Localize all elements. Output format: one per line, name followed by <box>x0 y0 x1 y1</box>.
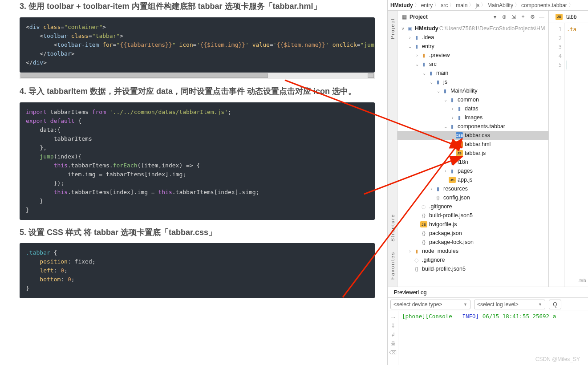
folder-icon: ▮ <box>413 34 420 41</box>
folder-icon: ▮ <box>449 97 456 103</box>
hml-icon: H <box>456 141 463 147</box>
tool-project[interactable]: Project <box>390 15 395 42</box>
editor-area[interactable]: .ta <box>565 23 588 287</box>
tree-row[interactable]: {}package-lock.json <box>397 238 548 247</box>
tree-row[interactable]: ›▮datas <box>397 104 548 113</box>
tree-row[interactable]: ›▮node_modules <box>397 247 548 256</box>
tree-row[interactable]: {}build-profile.json5 <box>397 264 548 273</box>
device-select[interactable]: <select device type>▼ <box>390 300 470 309</box>
tree-row[interactable]: {}build-profile.json5 <box>397 211 548 220</box>
js-icon: JS <box>556 14 563 20</box>
editor-tab[interactable]: JStabb <box>552 12 580 21</box>
tree-row[interactable]: ›▮images <box>397 113 548 122</box>
folder-icon: ▮ <box>420 52 427 58</box>
tree-row[interactable]: ⌄▮entry <box>397 42 548 51</box>
folder-icon: ▮ <box>456 114 463 121</box>
css-icon: CSS <box>456 132 463 138</box>
project-icon: ▦ <box>400 13 408 21</box>
tree-row[interactable]: JStabbar.js <box>397 149 548 158</box>
folder-icon: ▮ <box>456 105 463 112</box>
tree-row[interactable]: ⌄▮MainAbility <box>397 86 548 95</box>
project-header: ▦ Project ▾ ⊕ ⇲ ÷ ⚙ — <box>397 11 548 23</box>
tool-favorites[interactable]: Favorites <box>390 249 395 282</box>
json-icon: {} <box>434 195 442 201</box>
breadcrumb-item[interactable]: entry <box>421 2 433 8</box>
tree-root[interactable]: v▣ HMstudy C:\Users\75681\DevEcoStudioPr… <box>397 24 548 33</box>
loglevel-select[interactable]: <select log level>▼ <box>474 300 545 309</box>
tree-row[interactable]: Htabbar.hml <box>397 140 548 149</box>
tree-row[interactable]: JShvigorfile.js <box>397 220 548 229</box>
breadcrumb-item[interactable]: HMstudy <box>390 2 413 8</box>
breadcrumb-item[interactable]: src <box>441 2 448 8</box>
collapse-icon[interactable]: ÷ <box>519 13 527 21</box>
scroll-icon[interactable]: ↧ <box>391 323 395 329</box>
tool-structure[interactable]: Structure <box>390 211 395 244</box>
tree-row[interactable]: ⌄▮js <box>397 77 548 86</box>
minimap-status: .tab <box>570 278 588 283</box>
tree-row[interactable]: ›▮resources <box>397 184 548 193</box>
ide-pane: HMstudy〉 entry〉 src〉 main〉 js〉 MainAbili… <box>387 0 588 365</box>
project-title: Project <box>410 14 490 20</box>
tree-row[interactable]: {}config.json <box>397 193 548 202</box>
editor-text: .ta <box>567 26 576 32</box>
folder-icon: ▮ <box>420 61 427 67</box>
folder-icon: ▮ <box>434 79 442 85</box>
tree-row[interactable]: ⌄▮main <box>397 69 548 77</box>
dropdown-icon[interactable]: ▾ <box>491 13 499 21</box>
wrap-icon[interactable]: ↲ <box>391 332 395 338</box>
clear-icon[interactable]: ⇁ <box>391 314 395 320</box>
print-icon[interactable]: 🖶 <box>390 341 396 347</box>
trash-icon[interactable]: ⌫ <box>389 349 397 356</box>
editor-tabs: JStabb <box>549 11 588 23</box>
locate-icon[interactable]: ⊕ <box>500 13 508 21</box>
folder-icon: ▮ <box>449 159 456 165</box>
hide-icon[interactable]: — <box>538 13 546 21</box>
tree-row[interactable]: ⌄▮components.tabbar <box>397 122 548 131</box>
breadcrumb-item[interactable]: components.tabbar <box>521 2 567 8</box>
expand-icon[interactable]: ⇲ <box>510 13 518 21</box>
editor-panel: JStabb 12345 .ta .tab <box>549 11 588 287</box>
tree-row[interactable]: JSapp.js <box>397 175 548 184</box>
json-icon: {} <box>420 230 427 236</box>
folder-icon: ▮ <box>442 88 449 94</box>
breadcrumb-item[interactable]: MainAbility <box>487 2 513 8</box>
tree-row[interactable]: ⌄▮src <box>397 60 548 69</box>
tree-row[interactable]: ›▮pages <box>397 166 548 175</box>
code-block-css[interactable]: .tabbar { position: fixed; left: 0; bott… <box>20 243 375 298</box>
json-icon: {} <box>420 212 427 219</box>
tree-row[interactable]: ⌄▮common <box>397 95 548 104</box>
folder-icon: ▮ <box>449 123 456 130</box>
tree-row[interactable]: ›▮.idea <box>397 33 548 42</box>
left-tool-strip: Project Structure Favorites <box>388 11 397 287</box>
tree-row[interactable]: {}package.json <box>397 229 548 238</box>
folder-icon: ▮ <box>413 43 420 49</box>
js-icon: JS <box>449 177 456 183</box>
bottom-panel: PreviewerLog <select device type>▼ <sele… <box>388 287 588 365</box>
tree-row[interactable]: ›▮i18n <box>397 158 548 166</box>
js-icon: JS <box>420 221 427 227</box>
breadcrumb[interactable]: HMstudy〉 entry〉 src〉 main〉 js〉 MainAbili… <box>388 0 588 11</box>
tree-row[interactable]: ◌.gitignore <box>397 202 548 211</box>
json-icon: {} <box>420 239 427 245</box>
log-gutter: ⇁ ↧ ↲ 🖶 ⌫ <box>388 311 398 365</box>
breadcrumb-item[interactable]: main <box>456 2 467 8</box>
code-block-hml[interactable]: <div class="container"> <toolbar class="… <box>20 17 375 73</box>
previewer-tab[interactable]: PreviewerLog <box>390 288 430 296</box>
json-icon: {} <box>413 266 420 272</box>
tree-row[interactable]: ◌.gitignore <box>397 256 548 264</box>
tree-row[interactable]: CSStabbar.css <box>397 131 548 140</box>
gear-icon[interactable]: ⚙ <box>528 13 536 21</box>
code-scrollbar[interactable] <box>20 73 375 79</box>
heading-3: 3. 使用 toolbar + toolbar-item 内置组件构建底部 ta… <box>20 0 375 13</box>
tree-row[interactable]: ›▮.preview <box>397 51 548 60</box>
search-button[interactable]: Q <box>549 300 561 309</box>
code-block-js[interactable]: import tabbarItems from '../../common/da… <box>20 102 375 220</box>
article-pane: 3. 使用 toolbar + toolbar-item 内置组件构建底部 ta… <box>0 0 387 365</box>
file-icon: ◌ <box>413 257 420 263</box>
heading-5: 5. 设置 CSS 样式 将 tabbar 选项卡置底「tabbar.css」 <box>20 226 375 239</box>
file-icon: ◌ <box>420 203 427 210</box>
breadcrumb-item[interactable]: js <box>475 2 479 8</box>
watermark: CSDN @Miles_SY <box>535 356 580 362</box>
project-tree[interactable]: v▣ HMstudy C:\Users\75681\DevEcoStudioPr… <box>397 23 548 287</box>
folder-icon: ▮ <box>434 186 442 192</box>
